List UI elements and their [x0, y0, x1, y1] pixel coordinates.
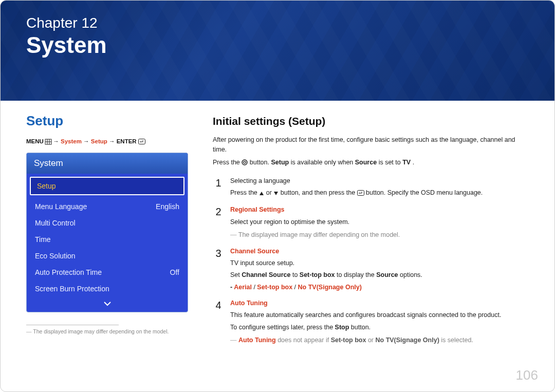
- step-tip: Auto Tuning does not appear if Set-top b…: [230, 335, 530, 345]
- osd-row-label: Time: [35, 235, 51, 244]
- osd-menu-title: System: [27, 153, 188, 174]
- page-number: 106: [516, 367, 538, 383]
- chapter-label: Chapter 12: [26, 15, 529, 31]
- step-heading: Channel Source: [230, 247, 530, 256]
- section-title: Initial settings (Setup): [213, 113, 530, 130]
- crumb-arrow: →: [109, 138, 117, 144]
- osd-row-value: English: [156, 202, 179, 211]
- osd-menu-selected[interactable]: Setup: [30, 177, 184, 195]
- step-2: Regional Settings Select your region to …: [213, 205, 530, 240]
- step-heading: Regional Settings: [230, 205, 530, 215]
- step-body: Press the or button, and then press the …: [230, 188, 530, 199]
- kw-source: Source: [355, 159, 377, 166]
- kw-tv: TV: [402, 159, 411, 166]
- chapter-header: Chapter 12 System: [1, 1, 554, 101]
- step-body: To configure settings later, press the S…: [230, 323, 530, 332]
- step-tip: The displayed image may differ depending…: [230, 230, 530, 240]
- step-heading: Auto Tuning: [230, 298, 530, 308]
- page: Chapter 12 System Setup MENU → System → …: [0, 0, 555, 392]
- osd-row-label: Eco Solution: [35, 252, 76, 260]
- osd-menu-row[interactable]: Time: [27, 231, 188, 248]
- osd-row-label: Menu Language: [35, 202, 87, 211]
- step-1: Selecting a language Press the or button…: [213, 176, 530, 199]
- svg-point-6: [244, 161, 246, 163]
- osd-menu: System Setup Menu LanguageEnglish Multi …: [26, 153, 188, 312]
- osd-menu-more[interactable]: [27, 297, 188, 312]
- chevron-down-icon: [104, 302, 111, 306]
- content-body: Setup MENU → System → Setup → ENTER Syst…: [1, 101, 554, 364]
- crumb-setup: Setup: [91, 138, 107, 144]
- osd-row-label: Screen Burn Protection: [35, 285, 109, 293]
- osd-menu-row[interactable]: Screen Burn Protection: [27, 281, 188, 297]
- crumb-enter: ENTER: [117, 138, 137, 144]
- step-body: Select your region to optimise the syste…: [230, 217, 530, 227]
- menu-grid-icon: [45, 139, 51, 145]
- down-arrow-icon: [273, 189, 279, 199]
- enter-icon: [138, 139, 145, 145]
- osd-menu-row[interactable]: Eco Solution: [27, 248, 188, 264]
- osd-menu-row[interactable]: Auto Protection TimeOff: [27, 264, 188, 281]
- section-heading: Setup: [26, 113, 188, 129]
- svg-point-5: [242, 160, 247, 165]
- step-body: TV input source setup.: [230, 258, 530, 268]
- power-settings-icon: [242, 159, 248, 169]
- crumb-arrow: →: [83, 138, 91, 144]
- steps-list: Selecting a language Press the or button…: [213, 176, 530, 346]
- step-3: Channel Source TV input source setup. Se…: [213, 247, 530, 293]
- note-text: Press the button. Setup is available onl…: [213, 158, 530, 169]
- osd-menu-row[interactable]: Menu LanguageEnglish: [27, 198, 188, 215]
- intro-text: After powering on the product for the fi…: [213, 135, 530, 155]
- footnote-rule: [26, 325, 119, 325]
- step-heading: Selecting a language: [230, 176, 530, 186]
- up-arrow-icon: [259, 189, 264, 199]
- osd-row-label: Auto Protection Time: [35, 268, 102, 276]
- step-body: Set Channel Source to Set-top box to dis…: [230, 270, 530, 280]
- crumb-system: System: [61, 138, 82, 144]
- step-options: - Aerial / Set-top box / No TV(Signage O…: [230, 283, 530, 292]
- chapter-title: System: [26, 32, 529, 58]
- enter-icon: [357, 189, 364, 199]
- right-column: Initial settings (Setup) After powering …: [213, 113, 530, 352]
- footnote: The displayed image may differ depending…: [26, 328, 188, 334]
- osd-row-label: Multi Control: [35, 219, 76, 227]
- osd-menu-row[interactable]: Multi Control: [27, 215, 188, 231]
- crumb-arrow: →: [53, 138, 61, 144]
- breadcrumb: MENU → System → Setup → ENTER: [26, 138, 188, 145]
- osd-row-value: Off: [170, 268, 179, 276]
- left-column: Setup MENU → System → Setup → ENTER Syst…: [26, 113, 188, 352]
- step-4: Auto Tuning This feature automatically s…: [213, 298, 530, 346]
- kw-setup: Setup: [271, 159, 289, 166]
- step-body: This feature automatically searches and …: [230, 310, 530, 320]
- crumb-menu: MENU: [26, 138, 44, 144]
